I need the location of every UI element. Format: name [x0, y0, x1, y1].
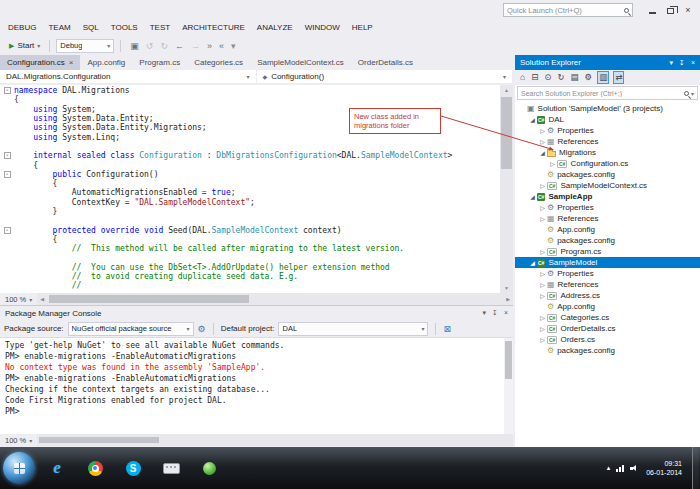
- scroll-right-icon[interactable]: ▶: [503, 296, 513, 302]
- menu-item-help[interactable]: HELP: [346, 19, 379, 36]
- solution-search-box[interactable]: ▾: [517, 86, 698, 100]
- tab-configuration-cs[interactable]: Configuration.cs×: [0, 55, 80, 70]
- chevron-collapsed-icon[interactable]: ▷: [538, 248, 547, 255]
- tree-item-properties[interactable]: ▷⚙Properties: [515, 125, 700, 136]
- type-dropdown[interactable]: DAL.Migrations.Configuration ▾: [0, 70, 257, 83]
- tree-item-samplemodel[interactable]: ◢C#SampleModel: [515, 257, 700, 268]
- undo-icon[interactable]: ↺: [146, 41, 154, 51]
- menu-item-architecture[interactable]: ARCHITECTURE: [176, 19, 251, 36]
- show-desktop-button[interactable]: [692, 447, 699, 489]
- chevron-collapsed-icon[interactable]: ▷: [538, 292, 547, 299]
- tab-categories-cs[interactable]: Categories.cs: [187, 55, 250, 70]
- scroll-up-icon[interactable]: ▲: [500, 85, 513, 95]
- start-orb-icon[interactable]: [0, 449, 38, 487]
- navigate-forward-icon[interactable]: →: [191, 41, 200, 51]
- chrome-icon[interactable]: [76, 449, 114, 487]
- home-icon[interactable]: ⌂: [519, 72, 526, 83]
- default-project-dropdown[interactable]: DAL ▾: [278, 322, 428, 336]
- pin-icon[interactable]: ↧: [492, 309, 498, 317]
- fold-gutter[interactable]: -: [0, 171, 14, 178]
- chevron-down-icon[interactable]: ▾: [670, 59, 674, 67]
- chevron-collapsed-icon[interactable]: ▷: [538, 270, 547, 277]
- tree-item-references[interactable]: ▷▦References: [515, 213, 700, 224]
- tree-item-properties[interactable]: ▷⚙Properties: [515, 202, 700, 213]
- navigate-back-icon[interactable]: ←: [175, 41, 184, 51]
- editor-zoom-control[interactable]: 100 % ▾: [0, 293, 37, 305]
- fold-gutter[interactable]: -: [0, 152, 14, 159]
- tree-item-packages-config[interactable]: ⚙packages.config: [515, 235, 700, 246]
- chevron-collapsed-icon[interactable]: ▷: [548, 160, 557, 167]
- editor-vertical-scrollbar[interactable]: ▲ ▼: [500, 85, 513, 293]
- tree-item-orders-cs[interactable]: ▷C#Orders.cs: [515, 334, 700, 345]
- scrollbar-thumb[interactable]: [49, 295, 249, 303]
- tab-program-cs[interactable]: Program.cs: [132, 55, 187, 70]
- tree-item-orderdetails-cs[interactable]: ▷C#OrderDetails.cs: [515, 323, 700, 334]
- close-icon[interactable]: ×: [691, 59, 695, 67]
- menu-item-analyze[interactable]: ANALYZE: [251, 19, 299, 36]
- tree-item-configuration-cs[interactable]: ▷C#Configuration.cs: [515, 158, 700, 169]
- scrollbar-thumb[interactable]: [505, 341, 512, 379]
- preview-selected-items-icon[interactable]: ▥: [597, 71, 609, 84]
- outdent-icon[interactable]: «: [219, 41, 224, 51]
- pin-icon[interactable]: ↧: [679, 59, 685, 67]
- fold-collapse-icon[interactable]: -: [4, 227, 11, 234]
- overflow-icon[interactable]: ▾: [231, 41, 236, 51]
- menu-item-debug[interactable]: DEBUG: [2, 19, 42, 36]
- tab-close-icon[interactable]: ×: [69, 58, 74, 67]
- tree-item-app-config[interactable]: ⚙App.config: [515, 224, 700, 235]
- tab-orderdetails-cs[interactable]: OrderDetails.cs: [351, 55, 420, 70]
- redo-icon[interactable]: ↻: [160, 41, 168, 51]
- chevron-collapsed-icon[interactable]: ▷: [538, 325, 547, 332]
- console-scrollbar[interactable]: [504, 338, 513, 434]
- green-app-icon[interactable]: [190, 449, 228, 487]
- chevron-collapsed-icon[interactable]: ▷: [538, 127, 547, 134]
- scroll-left-icon[interactable]: ◀: [37, 296, 47, 302]
- chevron-collapsed-icon[interactable]: ▷: [538, 336, 547, 343]
- package-source-dropdown[interactable]: NuGet official package source ▾: [68, 322, 194, 336]
- pmc-title-bar[interactable]: Package Manager Console ▾ ↧ ×: [0, 306, 513, 320]
- chevron-expanded-icon[interactable]: ◢: [528, 116, 537, 123]
- volume-icon[interactable]: [630, 464, 639, 473]
- chevron-collapsed-icon[interactable]: ▷: [538, 314, 547, 321]
- fold-collapse-icon[interactable]: -: [4, 87, 11, 94]
- quick-launch-box[interactable]: [503, 3, 633, 17]
- restore-icon[interactable]: [661, 2, 679, 17]
- sync-with-active-document-icon[interactable]: ⇄: [613, 71, 624, 84]
- chevron-collapsed-icon[interactable]: ▷: [538, 182, 547, 189]
- scrollbar-thumb[interactable]: [501, 97, 512, 169]
- tree-item-dal[interactable]: ◢C#DAL: [515, 114, 700, 125]
- refresh-icon[interactable]: ↻: [556, 72, 565, 83]
- close-icon[interactable]: ×: [504, 309, 508, 317]
- menu-item-team[interactable]: TEAM: [42, 19, 76, 36]
- menu-item-sql[interactable]: SQL: [77, 19, 105, 36]
- skype-icon[interactable]: S: [114, 449, 152, 487]
- ie-icon[interactable]: e: [38, 449, 76, 487]
- scroll-down-icon[interactable]: ▼: [500, 283, 513, 293]
- tree-item-migrations[interactable]: ◢Migrations: [515, 147, 700, 158]
- package-source-settings-icon[interactable]: ⚙: [198, 324, 206, 334]
- chevron-collapsed-icon[interactable]: ▷: [538, 138, 547, 145]
- tree-item-categories-cs[interactable]: ▷C#Categories.cs: [515, 312, 700, 323]
- fold-gutter[interactable]: -: [0, 227, 14, 234]
- menu-item-window[interactable]: WINDOW: [299, 19, 346, 36]
- tree-item-program-cs[interactable]: ▷C#Program.cs: [515, 246, 700, 257]
- solution-explorer-title-bar[interactable]: Solution Explorer ▾ ↧ ×: [515, 55, 700, 70]
- close-icon[interactable]: ×: [679, 2, 697, 17]
- tab-samplemodelcontext-cs[interactable]: SampleModelContext.cs: [250, 55, 351, 70]
- chevron-collapsed-icon[interactable]: ▷: [538, 281, 547, 288]
- member-dropdown[interactable]: ◆ Configuration() ▾: [257, 70, 514, 83]
- tree-item-solution-samplemodel-3-projects-[interactable]: ▣Solution 'SampleModel' (3 projects): [515, 103, 700, 114]
- solution-search-input[interactable]: [521, 90, 682, 97]
- tree-item-references[interactable]: ▷▦References: [515, 279, 700, 290]
- tree-item-address-cs[interactable]: ▷C#Address.cs: [515, 290, 700, 301]
- network-icon[interactable]: [616, 464, 624, 472]
- show-all-files-icon[interactable]: ▤: [570, 72, 580, 83]
- tree-item-properties[interactable]: ▷⚙Properties: [515, 268, 700, 279]
- attach-icon[interactable]: ▣: [130, 41, 139, 51]
- chevron-expanded-icon[interactable]: ◢: [538, 149, 547, 156]
- menu-item-tools[interactable]: TOOLS: [105, 19, 144, 36]
- tree-item-sampleapp[interactable]: ◢C#SampleApp: [515, 191, 700, 202]
- tree-item-app-config[interactable]: ⚙App.config: [515, 301, 700, 312]
- tree-item-packages-config[interactable]: ⚙packages.config: [515, 169, 700, 180]
- pending-changes-filter-icon[interactable]: ⊙: [543, 72, 552, 83]
